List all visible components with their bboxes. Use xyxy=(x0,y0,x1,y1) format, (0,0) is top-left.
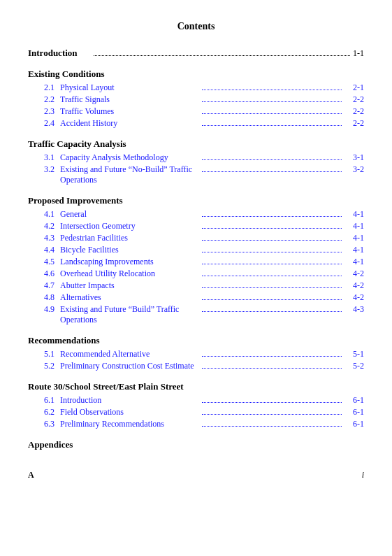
toc-entry: 2.4Accident History2-2 xyxy=(28,118,364,129)
toc-entry: 4.4Bicycle Facilities4-1 xyxy=(28,245,364,255)
entry-page: 2-2 xyxy=(344,118,364,129)
entry-number: 2.2 xyxy=(28,94,55,105)
entry-page: 4-1 xyxy=(344,209,364,220)
entry-label: Intersection Geometry xyxy=(60,221,201,231)
entry-page: 2-2 xyxy=(344,94,364,105)
entry-page: 2-2 xyxy=(344,106,364,117)
entry-dots xyxy=(202,113,342,114)
entry-number: 6.3 xyxy=(28,419,55,429)
entry-number: 4.9 xyxy=(28,304,55,315)
section-heading: Recommendations xyxy=(28,335,364,346)
entry-number: 3.2 xyxy=(28,164,55,175)
entry-label: Existing and Future “Build” Traffic Oper… xyxy=(60,304,201,325)
entry-page: 3-1 xyxy=(344,152,364,163)
entry-label: Recommended Alternative xyxy=(60,349,201,359)
toc-entry: 5.2Preliminary Construction Cost Estimat… xyxy=(28,361,364,371)
section-heading: Traffic Capacity Analysis xyxy=(28,138,364,150)
entry-dots xyxy=(202,228,342,229)
entry-number: 4.6 xyxy=(28,269,55,279)
entry-dots xyxy=(202,264,342,264)
entry-number: 5.2 xyxy=(28,361,55,371)
page-title: Contents xyxy=(28,21,364,32)
entry-page: 4-1 xyxy=(344,257,364,267)
entry-page: 5-1 xyxy=(344,349,364,359)
entry-number: 2.1 xyxy=(28,83,55,93)
toc-entry: 4.5Landscaping Improvements4-1 xyxy=(28,257,364,267)
entry-number: 6.2 xyxy=(28,407,55,418)
entry-dots xyxy=(202,159,342,160)
section-heading: Existing Conditions xyxy=(28,69,364,80)
entry-number: 5.1 xyxy=(28,349,55,359)
entry-number: 4.4 xyxy=(28,245,55,255)
intro-entry: Introduction 1-1 xyxy=(28,48,364,59)
entry-label: Existing and Future “No-Build” Traffic O… xyxy=(60,164,201,185)
toc-entry: 6.3Preliminary Recommendations6-1 xyxy=(28,419,364,429)
entry-page: 6-1 xyxy=(344,419,364,429)
toc-entry: 4.9Existing and Future “Build” Traffic O… xyxy=(28,304,364,325)
entry-number: 4.1 xyxy=(28,209,55,220)
entry-dots xyxy=(202,171,342,172)
toc-entry: 2.1Physical Layout2-1 xyxy=(28,83,364,93)
entry-number: 4.2 xyxy=(28,221,55,231)
toc-entry: 4.1General4-1 xyxy=(28,209,364,220)
appendices-section: Appendices xyxy=(28,439,364,450)
toc-entry: 5.1Recommended Alternative5-1 xyxy=(28,349,364,359)
entry-page: 4-2 xyxy=(344,269,364,279)
entry-dots xyxy=(202,276,342,276)
entry-page: 5-2 xyxy=(344,361,364,371)
entry-number: 2.4 xyxy=(28,118,55,129)
entry-number: 4.5 xyxy=(28,257,55,267)
entry-label: Accident History xyxy=(60,118,201,129)
entry-dots xyxy=(202,216,342,217)
entry-dots xyxy=(202,426,342,427)
toc-entry: 4.8Alternatives4-2 xyxy=(28,292,364,303)
intro-label: Introduction xyxy=(28,48,91,59)
entry-page: 4-1 xyxy=(344,221,364,231)
toc-entry: 2.3Traffic Volumes2-2 xyxy=(28,106,364,117)
footer: A i xyxy=(28,470,364,480)
entry-label: Physical Layout xyxy=(60,83,201,93)
toc-entry: 3.2Existing and Future “No-Build” Traffi… xyxy=(28,164,364,185)
entry-label: Bicycle Facilities xyxy=(60,245,201,255)
entry-number: 3.1 xyxy=(28,152,55,163)
entry-dots xyxy=(202,299,342,300)
entry-page: 4-2 xyxy=(344,292,364,303)
entry-page: 6-1 xyxy=(344,407,364,418)
entry-number: 2.3 xyxy=(28,106,55,117)
toc-entry: 4.6Overhead Utility Relocation4-2 xyxy=(28,269,364,279)
toc-sections: Existing Conditions2.1Physical Layout2-1… xyxy=(28,69,364,429)
entry-page: 4-1 xyxy=(344,233,364,243)
entry-label: General xyxy=(60,209,201,220)
intro-dots xyxy=(94,55,350,56)
entry-dots xyxy=(202,125,342,126)
entry-label: Alternatives xyxy=(60,292,201,303)
toc-entry: 6.1Introduction6-1 xyxy=(28,395,364,406)
entry-label: Abutter Impacts xyxy=(60,280,201,291)
page: Contents Introduction 1-1 Existing Condi… xyxy=(0,0,392,556)
entry-dots xyxy=(202,311,342,312)
entry-dots xyxy=(202,356,342,357)
entry-label: Traffic Volumes xyxy=(60,106,201,117)
entry-label: Capacity Analysis Methodology xyxy=(60,152,201,163)
section-heading: Route 30/School Street/East Plain Street xyxy=(28,381,364,392)
toc-entry: 4.7Abutter Impacts4-2 xyxy=(28,280,364,291)
entry-dots xyxy=(202,287,342,288)
entry-page: 4-2 xyxy=(344,280,364,291)
entry-label: Overhead Utility Relocation xyxy=(60,269,201,279)
footer-right: i xyxy=(362,470,364,480)
entry-page: 2-1 xyxy=(344,83,364,93)
entry-page: 4-1 xyxy=(344,245,364,255)
toc-entry: 3.1Capacity Analysis Methodology3-1 xyxy=(28,152,364,163)
entry-dots xyxy=(202,368,342,369)
entry-label: Preliminary Construction Cost Estimate xyxy=(60,361,201,371)
toc-entry: 2.2Traffic Signals2-2 xyxy=(28,94,364,105)
entry-dots xyxy=(202,101,342,102)
footer-left: A xyxy=(28,470,34,480)
entry-page: 3-2 xyxy=(344,164,364,175)
entry-label: Landscaping Improvements xyxy=(60,257,201,267)
entry-label: Introduction xyxy=(60,395,201,406)
entry-page: 4-3 xyxy=(344,304,364,315)
entry-dots xyxy=(202,402,342,403)
entry-dots xyxy=(202,90,342,90)
toc-entry: 4.2Intersection Geometry4-1 xyxy=(28,221,364,231)
